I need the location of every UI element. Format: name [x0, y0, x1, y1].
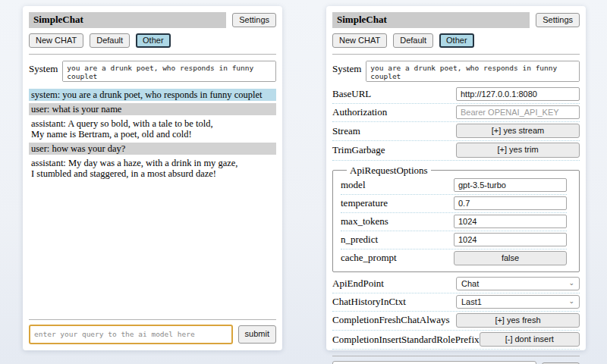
query-input[interactable] — [332, 361, 536, 364]
apiendpoint-select[interactable]: Chat ⌄ — [456, 277, 580, 290]
setting-row-temperature: temperature — [341, 195, 567, 213]
cache-prompt-toggle-button[interactable]: false — [454, 251, 567, 265]
chat-messages: system: you are a drunk poet, who respon… — [29, 89, 276, 182]
system-label: System — [29, 61, 58, 75]
chat-message-user: user: how was your day? — [29, 143, 276, 155]
user-input-row: submit — [29, 325, 276, 344]
chat-message-assistant: assistant: A query so bold, with a tale … — [29, 118, 276, 140]
spacer — [29, 182, 276, 313]
setting-row-chathistoryinctxt: ChatHistoryInCtxt Last1 ⌄ — [332, 293, 580, 312]
setting-label: CompletionFreshChatAlways — [332, 314, 456, 326]
settings-button[interactable]: Settings — [536, 13, 580, 27]
selected-option: Chat — [461, 279, 479, 288]
setting-label: temperature — [341, 197, 454, 209]
api-request-options-fieldset: ApiRequestOptions model temperature max_… — [332, 165, 580, 272]
system-prompt-row: System you are a drunk poet, who respond… — [29, 61, 276, 82]
setting-row-authorization: Authorization — [332, 104, 580, 122]
session-buttons: New CHAT Default Other — [29, 33, 276, 48]
setting-label: TrimGarbage — [332, 144, 456, 156]
session-button-other[interactable]: Other — [439, 33, 474, 48]
trimgarbage-toggle-button[interactable]: [+] yes trim — [456, 143, 580, 157]
setting-row-stream: Stream [+] yes stream — [332, 122, 580, 141]
divider — [332, 54, 580, 55]
max-tokens-input[interactable] — [454, 215, 567, 228]
app-title: SimpleChat — [29, 12, 226, 28]
system-prompt-input[interactable]: you are a drunk poet, who responds in fu… — [62, 61, 276, 82]
baseurl-input[interactable] — [456, 87, 580, 101]
session-button-default[interactable]: Default — [393, 33, 433, 48]
setting-row-completionfreshchatalways: CompletionFreshChatAlways [+] yes fresh — [332, 312, 580, 331]
setting-row-apiendpoint: ApiEndPoint Chat ⌄ — [332, 275, 580, 293]
system-prompt-row: System you are a drunk poet, who respond… — [332, 61, 580, 82]
session-button-other[interactable]: Other — [136, 33, 171, 48]
system-prompt-input[interactable]: you are a drunk poet, who responds in fu… — [366, 61, 580, 82]
completion-fresh-toggle-button[interactable]: [+] yes fresh — [456, 313, 580, 328]
chevron-down-icon: ⌄ — [568, 280, 574, 287]
temperature-input[interactable] — [454, 196, 567, 210]
setting-row-cache-prompt: cache_prompt false — [341, 249, 567, 268]
setting-row-n-predict: n_predict — [341, 231, 567, 249]
settings-button[interactable]: Settings — [232, 13, 276, 27]
new-chat-button[interactable]: New CHAT — [332, 33, 387, 48]
authorization-input[interactable] — [456, 105, 580, 119]
header: SimpleChat Settings — [332, 12, 580, 28]
setting-row-trimgarbage: TrimGarbage [+] yes trim — [332, 141, 580, 160]
chat-message-user: user: what is your name — [29, 103, 276, 115]
system-label: System — [332, 61, 361, 75]
setting-label: CompletionInsertStandardRolePrefix — [332, 334, 480, 346]
setting-label: max_tokens — [341, 215, 454, 228]
setting-row-model: model — [341, 177, 567, 195]
selected-option: Last1 — [461, 297, 482, 306]
setting-label: model — [341, 179, 454, 191]
divider — [29, 54, 276, 55]
setting-label: Stream — [332, 125, 456, 137]
user-input-row: submit — [332, 361, 580, 364]
stream-toggle-button[interactable]: [+] yes stream — [456, 124, 580, 138]
session-buttons: New CHAT Default Other — [332, 33, 580, 48]
chat-message-assistant: assistant: My day was a haze, with a dri… — [29, 157, 276, 180]
chathistoryinctxt-select[interactable]: Last1 ⌄ — [456, 295, 580, 309]
divider — [29, 319, 276, 320]
setting-row-completioninsertstandardroleprefix: CompletionInsertStandardRolePrefix [-] d… — [332, 331, 580, 350]
settings-list: BaseURL Authorization Stream [+] yes str… — [332, 86, 580, 350]
query-input[interactable] — [29, 325, 233, 344]
n-predict-input[interactable] — [454, 233, 567, 246]
app-title: SimpleChat — [332, 12, 530, 28]
completion-insert-toggle-button[interactable]: [-] dont insert — [480, 332, 580, 347]
model-input[interactable] — [454, 178, 567, 192]
new-chat-button[interactable]: New CHAT — [29, 33, 83, 48]
settings-panel: SimpleChat Settings New CHAT Default Oth… — [326, 6, 586, 350]
chat-message-system: system: you are a drunk poet, who respon… — [29, 89, 276, 101]
setting-label: ApiEndPoint — [332, 278, 456, 290]
divider — [332, 356, 580, 356]
setting-label: cache_prompt — [341, 252, 454, 264]
session-button-default[interactable]: Default — [90, 33, 130, 48]
setting-row-max-tokens: max_tokens — [341, 213, 567, 231]
setting-label: ChatHistoryInCtxt — [332, 296, 456, 308]
setting-label: n_predict — [341, 234, 454, 246]
setting-row-baseurl: BaseURL — [332, 86, 580, 104]
fieldset-legend: ApiRequestOptions — [347, 165, 431, 177]
header: SimpleChat Settings — [29, 12, 276, 28]
chat-panel: SimpleChat Settings New CHAT Default Oth… — [23, 6, 282, 350]
chevron-down-icon: ⌄ — [568, 298, 574, 305]
setting-label: BaseURL — [332, 88, 456, 100]
setting-label: Authorization — [332, 106, 456, 118]
submit-button[interactable]: submit — [238, 325, 276, 343]
